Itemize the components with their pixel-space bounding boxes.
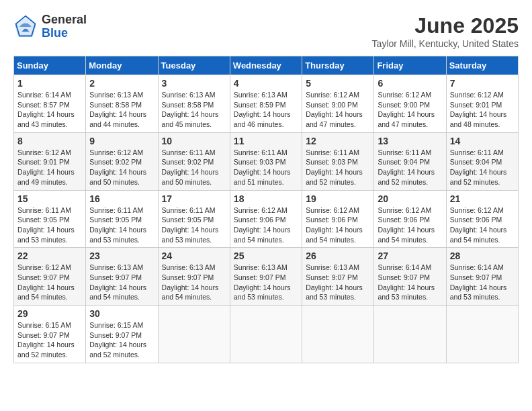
day-number: 20 — [378, 193, 442, 204]
month-title: June 2025 — [372, 13, 519, 38]
calendar-cell: 23Sunrise: 6:13 AM Sunset: 9:07 PM Dayli… — [86, 248, 158, 306]
day-info: Sunrise: 6:13 AM Sunset: 9:07 PM Dayligh… — [162, 263, 226, 302]
day-number: 24 — [162, 250, 226, 261]
calendar-cell: 21Sunrise: 6:12 AM Sunset: 9:06 PM Dayli… — [446, 190, 518, 248]
day-info: Sunrise: 6:11 AM Sunset: 9:05 PM Dayligh… — [17, 205, 82, 245]
calendar-header-row: SundayMondayTuesdayWednesdayThursdayFrid… — [14, 56, 519, 75]
calendar-cell: 5Sunrise: 6:12 AM Sunset: 9:00 PM Daylig… — [302, 75, 374, 133]
calendar-cell: 15Sunrise: 6:11 AM Sunset: 9:05 PM Dayli… — [14, 190, 86, 248]
day-number: 11 — [234, 136, 298, 146]
day-info: Sunrise: 6:12 AM Sunset: 9:06 PM Dayligh… — [378, 205, 442, 245]
title-block: June 2025 Taylor Mill, Kentucky, United … — [372, 13, 519, 49]
day-number: 13 — [378, 136, 442, 146]
day-info: Sunrise: 6:14 AM Sunset: 9:07 PM Dayligh… — [450, 263, 515, 302]
day-number: 3 — [162, 78, 226, 89]
logo-blue: Blue — [42, 26, 68, 40]
day-number: 9 — [89, 136, 154, 146]
calendar-cell: 17Sunrise: 6:11 AM Sunset: 9:05 PM Dayli… — [158, 190, 230, 248]
day-info: Sunrise: 6:11 AM Sunset: 9:02 PM Dayligh… — [162, 148, 226, 187]
day-info: Sunrise: 6:12 AM Sunset: 9:00 PM Dayligh… — [306, 90, 370, 130]
svg-marker-0 — [15, 17, 36, 36]
calendar-table: SundayMondayTuesdayWednesdayThursdayFrid… — [13, 56, 519, 363]
day-info: Sunrise: 6:11 AM Sunset: 9:05 PM Dayligh… — [162, 205, 226, 245]
calendar-cell: 2Sunrise: 6:13 AM Sunset: 8:58 PM Daylig… — [86, 75, 158, 133]
calendar-cell: 8Sunrise: 6:12 AM Sunset: 9:01 PM Daylig… — [14, 132, 86, 190]
calendar-cell — [302, 306, 374, 363]
calendar-week-5: 29Sunrise: 6:15 AM Sunset: 9:07 PM Dayli… — [14, 306, 519, 363]
day-number: 17 — [162, 193, 226, 204]
day-info: Sunrise: 6:14 AM Sunset: 9:07 PM Dayligh… — [378, 263, 442, 302]
day-info: Sunrise: 6:12 AM Sunset: 9:07 PM Dayligh… — [17, 263, 82, 302]
calendar-cell: 13Sunrise: 6:11 AM Sunset: 9:04 PM Dayli… — [374, 132, 446, 190]
calendar-cell: 7Sunrise: 6:12 AM Sunset: 9:01 PM Daylig… — [446, 75, 518, 133]
calendar-cell: 19Sunrise: 6:12 AM Sunset: 9:06 PM Dayli… — [302, 190, 374, 248]
calendar-cell — [230, 306, 302, 363]
day-number: 8 — [17, 136, 82, 146]
day-info: Sunrise: 6:13 AM Sunset: 8:58 PM Dayligh… — [89, 90, 154, 130]
calendar-week-3: 15Sunrise: 6:11 AM Sunset: 9:05 PM Dayli… — [14, 190, 519, 248]
day-number: 21 — [450, 193, 515, 204]
day-number: 12 — [306, 136, 370, 146]
weekday-header-wednesday: Wednesday — [230, 56, 302, 75]
day-info: Sunrise: 6:11 AM Sunset: 9:05 PM Dayligh… — [89, 205, 154, 245]
day-info: Sunrise: 6:11 AM Sunset: 9:03 PM Dayligh… — [234, 148, 298, 187]
day-number: 7 — [450, 78, 515, 89]
calendar-cell: 11Sunrise: 6:11 AM Sunset: 9:03 PM Dayli… — [230, 132, 302, 190]
calendar-cell: 9Sunrise: 6:12 AM Sunset: 9:02 PM Daylig… — [86, 132, 158, 190]
calendar-cell: 18Sunrise: 6:12 AM Sunset: 9:06 PM Dayli… — [230, 190, 302, 248]
logo-text: General Blue — [42, 13, 87, 40]
day-info: Sunrise: 6:12 AM Sunset: 9:00 PM Dayligh… — [378, 90, 442, 130]
weekday-header-tuesday: Tuesday — [158, 56, 230, 75]
day-info: Sunrise: 6:14 AM Sunset: 8:57 PM Dayligh… — [17, 90, 82, 130]
day-number: 1 — [17, 78, 82, 89]
day-number: 26 — [306, 250, 370, 261]
day-info: Sunrise: 6:12 AM Sunset: 9:06 PM Dayligh… — [450, 205, 515, 245]
day-number: 5 — [306, 78, 370, 89]
day-number: 14 — [450, 136, 515, 146]
calendar-cell: 30Sunrise: 6:15 AM Sunset: 9:07 PM Dayli… — [86, 306, 158, 363]
calendar-cell: 6Sunrise: 6:12 AM Sunset: 9:00 PM Daylig… — [374, 75, 446, 133]
day-info: Sunrise: 6:12 AM Sunset: 9:02 PM Dayligh… — [89, 148, 154, 187]
calendar-cell: 14Sunrise: 6:11 AM Sunset: 9:04 PM Dayli… — [446, 132, 518, 190]
calendar-cell: 20Sunrise: 6:12 AM Sunset: 9:06 PM Dayli… — [374, 190, 446, 248]
day-number: 10 — [162, 136, 226, 146]
page-header: General Blue June 2025 Taylor Mill, Kent… — [13, 13, 519, 49]
day-number: 16 — [89, 193, 154, 204]
day-info: Sunrise: 6:13 AM Sunset: 8:58 PM Dayligh… — [162, 90, 226, 130]
calendar-cell: 27Sunrise: 6:14 AM Sunset: 9:07 PM Dayli… — [374, 248, 446, 306]
calendar-cell — [158, 306, 230, 363]
weekday-header-friday: Friday — [374, 56, 446, 75]
day-number: 28 — [450, 250, 515, 261]
calendar-cell — [446, 306, 518, 363]
calendar-cell: 1Sunrise: 6:14 AM Sunset: 8:57 PM Daylig… — [14, 75, 86, 133]
calendar-week-4: 22Sunrise: 6:12 AM Sunset: 9:07 PM Dayli… — [14, 248, 519, 306]
logo-general: General — [42, 13, 87, 26]
weekday-header-sunday: Sunday — [14, 56, 86, 75]
calendar-cell: 3Sunrise: 6:13 AM Sunset: 8:58 PM Daylig… — [158, 75, 230, 133]
calendar-cell: 12Sunrise: 6:11 AM Sunset: 9:03 PM Dayli… — [302, 132, 374, 190]
day-info: Sunrise: 6:15 AM Sunset: 9:07 PM Dayligh… — [17, 320, 82, 360]
weekday-header-saturday: Saturday — [446, 56, 518, 75]
day-info: Sunrise: 6:13 AM Sunset: 9:07 PM Dayligh… — [89, 263, 154, 302]
day-number: 19 — [306, 193, 370, 204]
day-info: Sunrise: 6:12 AM Sunset: 9:06 PM Dayligh… — [234, 205, 298, 245]
calendar-cell: 22Sunrise: 6:12 AM Sunset: 9:07 PM Dayli… — [14, 248, 86, 306]
day-info: Sunrise: 6:12 AM Sunset: 9:01 PM Dayligh… — [450, 90, 515, 130]
calendar-cell: 16Sunrise: 6:11 AM Sunset: 9:05 PM Dayli… — [86, 190, 158, 248]
day-number: 4 — [234, 78, 298, 89]
day-info: Sunrise: 6:12 AM Sunset: 9:01 PM Dayligh… — [17, 148, 82, 187]
logo-icon — [13, 15, 38, 39]
weekday-header-monday: Monday — [86, 56, 158, 75]
day-info: Sunrise: 6:13 AM Sunset: 9:07 PM Dayligh… — [234, 263, 298, 302]
day-number: 29 — [17, 308, 82, 319]
day-info: Sunrise: 6:11 AM Sunset: 9:04 PM Dayligh… — [450, 148, 515, 187]
day-number: 18 — [234, 193, 298, 204]
day-number: 23 — [89, 250, 154, 261]
calendar-week-1: 1Sunrise: 6:14 AM Sunset: 8:57 PM Daylig… — [14, 75, 519, 133]
day-info: Sunrise: 6:15 AM Sunset: 9:07 PM Dayligh… — [89, 320, 154, 360]
day-info: Sunrise: 6:13 AM Sunset: 9:07 PM Dayligh… — [306, 263, 370, 302]
calendar-cell: 24Sunrise: 6:13 AM Sunset: 9:07 PM Dayli… — [158, 248, 230, 306]
day-number: 30 — [89, 308, 154, 319]
calendar-week-2: 8Sunrise: 6:12 AM Sunset: 9:01 PM Daylig… — [14, 132, 519, 190]
day-number: 22 — [17, 250, 82, 261]
